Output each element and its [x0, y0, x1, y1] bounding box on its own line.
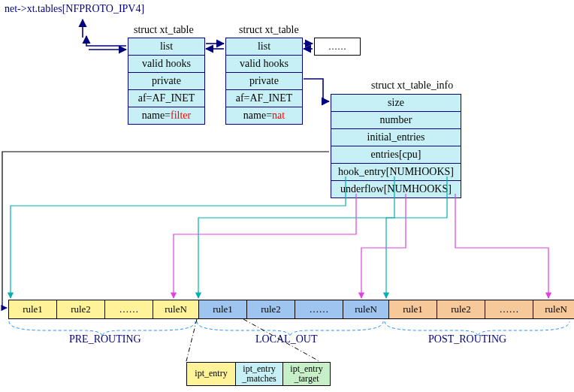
info-hook-entry-row: hook_entry[NUMHOOKS] [331, 164, 461, 181]
info-size-row: size [331, 95, 461, 112]
xt-table-label-1: struct xt_table [134, 24, 194, 36]
section-pre-routing: PRE_ROUTING [69, 333, 141, 345]
info-number-row: number [331, 112, 461, 129]
rule-cell-dots: …… [105, 300, 153, 318]
rule-cell: rule2 [57, 300, 105, 318]
ipt-entry-target-cell: ipt_entry_target [283, 363, 330, 385]
xt-table-name-row: name=nat [226, 107, 302, 124]
xt-table-valid-hooks-row: valid hooks [226, 56, 302, 73]
xt-table-private-row: private [128, 73, 204, 90]
rule-cell: rule1 [199, 300, 247, 318]
xt-table-af-row: af=AF_INET [128, 90, 204, 107]
xt-table-valid-hooks-row: valid hooks [128, 56, 204, 73]
xt-table-name-row: name=filter [128, 107, 204, 124]
xt-table-box-filter: list valid hooks private af=AF_INET name… [128, 38, 205, 125]
section-local-out: LOCAL_OUT [255, 333, 317, 345]
info-entries-row: entries[cpu] [331, 146, 461, 164]
xt-table-info-box: size number initial_entries entries[cpu]… [331, 94, 461, 198]
info-underflow-row: underflow[NUMHOOKS] [331, 181, 461, 198]
rule-cell: ruleN [533, 300, 574, 318]
section-post-routing: POST_ROUTING [428, 333, 506, 345]
rule-cell: ruleN [343, 300, 389, 318]
ipt-row: ipt_entry ipt_entry_matches ipt_entry_ta… [186, 362, 331, 386]
rule-cell-dots: …… [295, 300, 343, 318]
rule-cell: rule1 [389, 300, 437, 318]
rule-cell: rule2 [437, 300, 485, 318]
ipt-entry-matches-cell: ipt_entry_matches [236, 363, 283, 385]
xt-table-af-row: af=AF_INET [226, 90, 302, 107]
xt-table-private-row: private [226, 73, 302, 90]
top-link-label: net->xt.tables[NFPROTO_IPV4] [5, 3, 144, 15]
xt-table-label-2: struct xt_table [239, 24, 299, 36]
xt-table-more: …… [314, 38, 361, 56]
xt-table-list-row: list [128, 38, 204, 56]
rule-cell: rule1 [9, 300, 57, 318]
xt-table-list-row: list [226, 38, 302, 56]
rule-cell-dots: …… [485, 300, 533, 318]
rule-cell: rule2 [247, 300, 295, 318]
xt-table-box-nat: list valid hooks private af=AF_INET name… [225, 38, 303, 125]
info-initial-entries-row: initial_entries [331, 129, 461, 146]
rule-cell: ruleN [153, 300, 199, 318]
ipt-entry-cell: ipt_entry [187, 363, 236, 385]
rules-row: rule1 rule2 …… ruleN rule1 rule2 …… rule… [8, 300, 574, 319]
xt-table-info-label: struct xt_table_info [371, 80, 453, 92]
